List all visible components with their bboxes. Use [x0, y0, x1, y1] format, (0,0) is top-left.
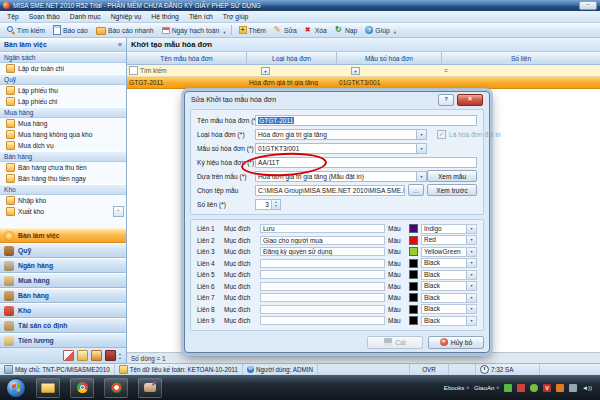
- quick-report-button[interactable]: Báo cáo nhanh: [92, 24, 158, 36]
- color-dropdown[interactable]: Black: [421, 281, 477, 291]
- color-dropdown[interactable]: Black: [421, 316, 477, 326]
- menu-tep[interactable]: Tệp: [2, 13, 24, 20]
- menu-danh-muc[interactable]: Danh mục: [65, 13, 106, 20]
- taskbar-media-button[interactable]: [104, 378, 128, 398]
- collapse-icon[interactable]: «: [118, 41, 122, 48]
- sidebar-group-ban-hang[interactable]: Bán hàng: [0, 151, 126, 162]
- purpose-input[interactable]: [260, 259, 385, 268]
- menu-tro-giup[interactable]: Trợ giúp: [218, 13, 253, 20]
- tray-icon[interactable]: [556, 384, 564, 392]
- filter-checkbox[interactable]: [129, 66, 138, 75]
- symbol-input[interactable]: AA/11T: [255, 157, 477, 168]
- search-button[interactable]: Tìm kiếm: [3, 25, 49, 35]
- purpose-input[interactable]: [260, 270, 385, 279]
- sidebar-item-lap-phieu-chi[interactable]: Lập phiếu chi: [0, 96, 126, 107]
- tray-icon[interactable]: [517, 384, 525, 392]
- color-dropdown[interactable]: Black: [421, 258, 477, 268]
- sidebar-footer-icon[interactable]: [105, 350, 116, 361]
- sidebar-item-ban-hang-chua-thu-tien[interactable]: Bán hàng chưa thu tiền: [0, 162, 126, 173]
- based-on-dropdown[interactable]: Hóa đơn giá trị gia tăng (Mẫu đặt in): [255, 171, 427, 182]
- menu-tien-ich[interactable]: Tiện ích: [184, 13, 218, 20]
- color-dropdown[interactable]: Red: [421, 235, 477, 245]
- filter-dropdown-icon[interactable]: [261, 67, 270, 75]
- copies-stepper[interactable]: 3 ▴▾: [255, 199, 281, 210]
- sidebar-group-ngan-sach[interactable]: Ngân sách: [0, 52, 126, 63]
- sidebar-item-mua-hang[interactable]: Mua hàng: [0, 118, 126, 129]
- delete-button[interactable]: Xóa: [301, 25, 331, 35]
- column-header-so-lien[interactable]: Số liên: [442, 52, 600, 64]
- browse-button[interactable]: ...: [408, 184, 424, 196]
- nav-ban-hang[interactable]: Bán hàng: [0, 288, 126, 303]
- taskbar-chrome-button[interactable]: [70, 378, 94, 398]
- cancel-button[interactable]: Hủy bỏ: [428, 336, 484, 349]
- tray-icon[interactable]: [543, 384, 551, 392]
- sidebar-item-nhap-kho[interactable]: Nhập kho: [0, 195, 126, 206]
- purpose-input[interactable]: Giao cho người mua: [260, 236, 385, 245]
- taskbar-paint-button[interactable]: [138, 378, 162, 398]
- purpose-input[interactable]: [260, 282, 385, 291]
- sidebar-group-kho[interactable]: Kho: [0, 184, 126, 195]
- nav-mua-hang[interactable]: Mua hàng: [0, 273, 126, 288]
- overflow-button[interactable]: ▪: [113, 206, 124, 217]
- sidebar-footer-icon[interactable]: [91, 350, 102, 361]
- invoice-type-dropdown[interactable]: Hóa đơn giá trị gia tăng: [255, 129, 427, 140]
- nav-quy[interactable]: Quỹ: [0, 243, 126, 258]
- nav-ngan-hang[interactable]: Ngân hàng: [0, 258, 126, 273]
- tray-icon[interactable]: [530, 384, 538, 392]
- view-template-button[interactable]: Xem mẫu: [427, 170, 477, 182]
- taskbar-toolbar-ebooks[interactable]: Ebooks »: [444, 384, 469, 391]
- sidebar-item-mua-dich-vu[interactable]: Mua dịch vụ: [0, 140, 126, 151]
- taskbar-explorer-button[interactable]: [36, 378, 60, 398]
- column-header-ten-mau[interactable]: Tên mẫu hóa đơn: [127, 52, 247, 64]
- filter-dropdown-icon[interactable]: [351, 67, 360, 75]
- menu-soan-thao[interactable]: Soạn thảo: [24, 13, 65, 20]
- nav-kho[interactable]: Kho: [0, 303, 126, 318]
- sidebar-item-xuat-kho[interactable]: Xuất kho ▪: [0, 206, 126, 217]
- template-no-dropdown[interactable]: 01GTKT3/001: [255, 143, 427, 154]
- preview-button[interactable]: Xem trước: [427, 184, 477, 196]
- table-row[interactable]: GTGT-2011 Hóa đơn giá trị gia tăng 01GTK…: [127, 77, 600, 89]
- color-dropdown[interactable]: Black: [421, 304, 477, 314]
- purpose-input[interactable]: [260, 293, 385, 302]
- taskbar-toolbar-giaoan[interactable]: GiaoAn »: [474, 384, 499, 391]
- tray-icon[interactable]: [569, 384, 577, 392]
- toolbar-overflow-icon[interactable]: ▾: [223, 30, 225, 35]
- start-button[interactable]: [6, 378, 26, 398]
- color-dropdown[interactable]: Black: [421, 270, 477, 280]
- menu-he-thong[interactable]: Hệ thống: [146, 13, 184, 20]
- color-dropdown[interactable]: Black: [421, 293, 477, 303]
- sidebar-group-quy[interactable]: Quỹ: [0, 74, 126, 85]
- purpose-input[interactable]: [260, 305, 385, 314]
- sidebar-item-ban-hang-thu-tien-ngay[interactable]: Bán hàng thu tiền ngay: [0, 173, 126, 184]
- save-button[interactable]: Cất: [367, 336, 423, 349]
- nav-tai-san-co-dinh[interactable]: Tài sản cố định: [0, 318, 126, 333]
- purpose-input[interactable]: [260, 316, 385, 325]
- name-input[interactable]: GTGT-2011: [255, 115, 477, 126]
- sidebar-item-lap-phieu-thu[interactable]: Lập phiếu thu: [0, 85, 126, 96]
- column-header-mau-so[interactable]: Mẫu số hóa đơn: [337, 52, 442, 64]
- nav-tien-luong[interactable]: Tiền lương: [0, 333, 126, 348]
- color-dropdown[interactable]: YellowGreen: [421, 247, 477, 257]
- toolbar-overflow-icon[interactable]: ▾: [394, 30, 396, 35]
- refresh-button[interactable]: Nạp: [331, 25, 361, 35]
- color-dropdown[interactable]: Indigo: [421, 224, 477, 234]
- template-file-input[interactable]: C:\MISA Group\MISA SME.NET 2010\MISA SME…: [255, 185, 405, 196]
- posting-date-button[interactable]: Ngày hạch toán: [158, 26, 224, 35]
- help-button[interactable]: Giúp: [361, 25, 393, 35]
- sidebar-footer-icon[interactable]: [63, 350, 74, 361]
- stepper-arrows-icon[interactable]: ▴▾: [271, 200, 280, 209]
- dialog-close-button[interactable]: [457, 94, 483, 106]
- sidebar-group-mua-hang[interactable]: Mua hàng: [0, 107, 126, 118]
- sidebar-item-mua-hang-khong-qua-kho[interactable]: Mua hàng không qua kho: [0, 129, 126, 140]
- column-header-loai[interactable]: Loại hóa đơn: [247, 52, 337, 64]
- dialog-help-button[interactable]: [438, 94, 454, 106]
- sidebar-item-lap-du-toan-chi[interactable]: Lập dự toán chi: [0, 63, 126, 74]
- nav-ban-lam-viec[interactable]: Bàn làm việc: [0, 228, 126, 243]
- footer-overflow-icon[interactable]: ▪▪: [119, 352, 121, 360]
- preprinted-checkbox[interactable]: [437, 130, 446, 139]
- add-button[interactable]: Thêm: [235, 25, 270, 35]
- edit-button[interactable]: Sửa: [270, 25, 301, 35]
- sidebar-footer-icon[interactable]: [77, 350, 88, 361]
- volume-icon[interactable]: ◄)): [582, 384, 592, 392]
- purpose-input[interactable]: Đăng ký quyền sử dụng: [260, 247, 385, 256]
